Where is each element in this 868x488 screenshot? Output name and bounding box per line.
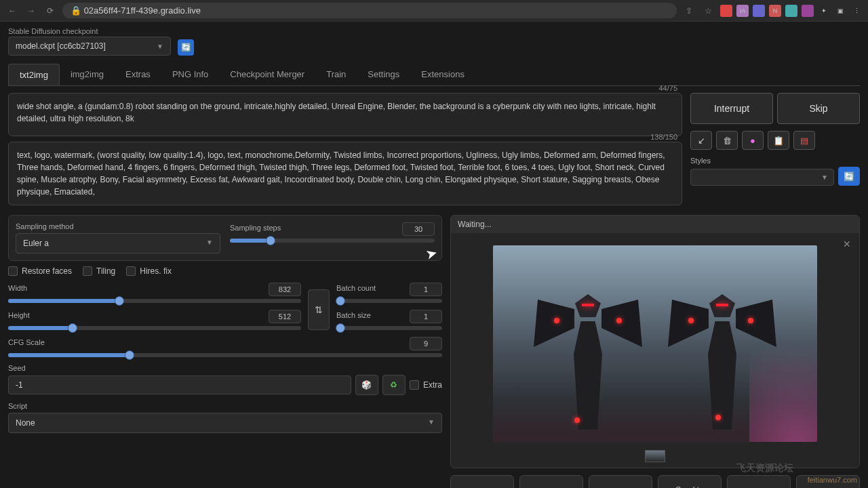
arrow-button[interactable]: ↙: [690, 131, 712, 150]
tab-extensions[interactable]: Extensions: [410, 64, 475, 85]
interrupt-button[interactable]: Interrupt: [690, 93, 773, 124]
cfg-label: CFG Scale: [8, 338, 45, 346]
hires-fix-checkbox[interactable]: Hires. fix: [126, 266, 172, 276]
extension-icon[interactable]: N: [769, 5, 781, 17]
width-value[interactable]: 832: [269, 283, 301, 296]
extension-icon[interactable]: [720, 5, 732, 17]
styles-select[interactable]: ▼: [690, 169, 834, 186]
tiling-checkbox[interactable]: Tiling: [83, 266, 115, 276]
sampling-steps-slider[interactable]: [230, 239, 435, 243]
restore-faces-checkbox[interactable]: Restore faces: [8, 266, 72, 276]
watermark: 飞天资源论坛: [736, 462, 793, 474]
preview-panel: Waiting... ✕: [450, 215, 860, 468]
menu-icon[interactable]: ⋮: [850, 5, 863, 17]
sampling-steps-value[interactable]: 30: [402, 222, 435, 236]
batch-count-slider[interactable]: [336, 299, 442, 303]
prompt-input[interactable]: 44/75 wide shot angle, a (gundam:0.8) ro…: [8, 93, 682, 136]
save-button[interactable]: Save: [519, 475, 583, 488]
cfg-slider[interactable]: [8, 353, 442, 357]
bookmark-icon[interactable]: ☆: [701, 4, 715, 18]
thumbnail-image[interactable]: [645, 450, 665, 462]
extension-icon[interactable]: IA: [736, 5, 749, 17]
height-value[interactable]: 512: [269, 310, 301, 323]
tab-checkpoint-merger[interactable]: Checkpoint Merger: [219, 64, 315, 85]
extension-icon[interactable]: [785, 5, 797, 17]
back-button[interactable]: ←: [5, 4, 19, 18]
batch-size-slider[interactable]: [336, 326, 442, 330]
send-to-inpaint-button[interactable]: Send to inpaint: [727, 475, 791, 488]
cfg-value[interactable]: 9: [410, 337, 442, 350]
clear-button[interactable]: 🗑: [716, 131, 738, 150]
prompt-token-count: 44/75: [658, 83, 677, 94]
extensions-menu-icon[interactable]: ✦: [818, 5, 830, 17]
extension-icon[interactable]: [753, 5, 765, 17]
negative-token-count: 138/150: [650, 131, 677, 143]
zip-button[interactable]: Zip: [589, 475, 652, 488]
width-slider[interactable]: [8, 299, 301, 303]
reload-button[interactable]: ⟳: [43, 4, 57, 18]
tab-extras[interactable]: Extras: [115, 64, 161, 85]
tab-pnginfo[interactable]: PNG Info: [161, 64, 219, 85]
refresh-checkpoint-button[interactable]: 🔄: [178, 39, 194, 56]
swap-dimensions-button[interactable]: ⇅: [308, 289, 330, 330]
close-icon[interactable]: ✕: [843, 239, 851, 249]
chevron-down-icon: ▼: [206, 239, 213, 248]
sampling-method-label: Sampling method: [16, 222, 220, 230]
sampling-method-select[interactable]: Euler a ▼: [16, 233, 220, 253]
random-seed-button[interactable]: 🎲: [355, 375, 378, 395]
reuse-seed-button[interactable]: ♻: [382, 375, 406, 395]
height-label: Height: [8, 311, 30, 319]
batch-count-label: Batch count: [336, 284, 376, 292]
chevron-down-icon: ▼: [821, 174, 828, 181]
script-label: Script: [8, 402, 442, 410]
url-bar[interactable]: 🔒 02a56ff4-71ff-439e.gradio.live: [62, 3, 677, 18]
batch-size-label: Batch size: [336, 311, 371, 319]
chevron-down-icon: ▼: [157, 43, 163, 50]
share-icon[interactable]: ⇪: [682, 4, 696, 18]
seed-label: Seed: [8, 364, 442, 372]
tab-train[interactable]: Train: [315, 64, 357, 85]
clipboard-button[interactable]: 📋: [768, 131, 789, 150]
negative-prompt-input[interactable]: 138/150 text, logo, watermark, (worst qu…: [8, 142, 682, 205]
watermark: feitianwu7.com: [808, 476, 857, 484]
batch-size-value[interactable]: 1: [410, 310, 442, 323]
apply-style-button[interactable]: 🔄: [838, 167, 860, 186]
sampling-steps-label: Sampling steps: [230, 224, 281, 232]
height-slider[interactable]: [8, 326, 301, 330]
browser-toolbar: ← → ⟳ 🔒 02a56ff4-71ff-439e.gradio.live ⇪…: [0, 0, 868, 22]
tab-settings[interactable]: Settings: [357, 64, 410, 85]
main-tabs: txt2img img2img Extras PNG Info Checkpoi…: [8, 64, 860, 86]
extra-seed-checkbox[interactable]: Extra: [410, 380, 442, 390]
generated-image[interactable]: [493, 245, 817, 442]
tab-txt2img[interactable]: txt2img: [8, 64, 60, 85]
extension-icon[interactable]: [802, 5, 814, 17]
open-folder-button[interactable]: 📁: [450, 475, 514, 488]
seed-input[interactable]: -1: [8, 375, 351, 394]
forward-button[interactable]: →: [24, 4, 38, 18]
panel-icon[interactable]: ▣: [834, 5, 846, 17]
checkpoint-select[interactable]: model.ckpt [cc6cb27103] ▼: [8, 37, 171, 56]
styles-label: Styles: [690, 157, 834, 165]
style-button-1[interactable]: ●: [742, 131, 764, 150]
chevron-down-icon: ▼: [428, 418, 435, 428]
batch-count-value[interactable]: 1: [410, 283, 442, 296]
width-label: Width: [8, 284, 27, 292]
tab-img2img[interactable]: img2img: [60, 64, 115, 85]
preview-status: Waiting...: [451, 216, 859, 233]
checkpoint-label: Stable Diffusion checkpoint: [8, 27, 171, 35]
skip-button[interactable]: Skip: [777, 93, 860, 124]
style-button-2[interactable]: ▤: [793, 131, 815, 150]
send-to-img2img-button[interactable]: Send to img2img: [658, 475, 722, 488]
script-select[interactable]: None ▼: [8, 413, 442, 433]
